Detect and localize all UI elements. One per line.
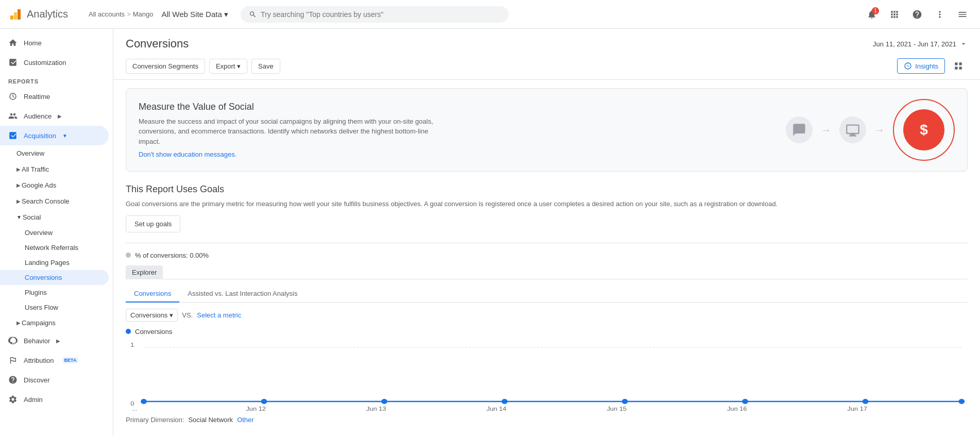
sidebar-item-discover[interactable]: Discover <box>0 370 109 390</box>
primary-dimension-row: Primary Dimension: Social Network Other <box>126 416 968 424</box>
sidebar-item-home[interactable]: Home <box>0 33 109 53</box>
sidebar-item-realtime[interactable]: Realtime <box>0 87 109 106</box>
chart-dot-0 <box>141 399 147 404</box>
chart-dot-4 <box>622 399 628 404</box>
sidebar-sub-all-traffic-label: All Traffic <box>22 165 49 173</box>
sidebar-behavior-label: Behavior <box>24 337 50 345</box>
edu-banner-description: Measure the success and impact of your s… <box>139 116 448 147</box>
sidebar-item-customization[interactable]: Customization <box>0 53 109 72</box>
vs-label: VS. <box>182 311 193 319</box>
main-layout: Home Customization REPORTS Realtime Audi… <box>0 29 980 436</box>
conversion-segments-button[interactable]: Conversion Segments <box>126 59 205 74</box>
breadcrumb-account: Mango <box>133 10 154 18</box>
breadcrumb: All accounts > Mango <box>89 10 153 18</box>
sidebar-sub-overview[interactable]: Overview <box>0 145 109 161</box>
chart-metric-row: Conversions ▾ VS. Select a metric <box>126 309 968 322</box>
date-range-picker[interactable]: Jun 11, 2021 - Jun 17, 2021 <box>873 40 968 48</box>
sidebar-sub-google-ads[interactable]: ▶ Google Ads <box>0 177 109 193</box>
app-name: Analytics <box>27 8 68 20</box>
more-vert-icon <box>935 9 945 20</box>
sidebar-sub-conversions[interactable]: Conversions <box>0 270 109 285</box>
education-banner: Measure the Value of Social Measure the … <box>126 88 968 172</box>
notification-button[interactable]: 1 <box>863 5 881 24</box>
sidebar-sub-plugins[interactable]: Plugins <box>0 285 109 300</box>
explorer-tab-conversions[interactable]: Conversions <box>126 286 179 303</box>
sidebar-sub-landing-pages-label: Landing Pages <box>25 259 70 266</box>
apps-button[interactable] <box>885 5 904 24</box>
sidebar-sub-users-flow[interactable]: Users Flow <box>0 300 109 315</box>
audience-icon <box>8 111 18 121</box>
metric-dot <box>126 253 131 258</box>
page-title: Conversions <box>126 37 189 51</box>
explorer-tab-assisted[interactable]: Assisted vs. Last Interaction Analysis <box>179 286 306 303</box>
select-metric-link[interactable]: Select a metric <box>197 311 241 319</box>
sidebar-item-admin[interactable]: Admin <box>0 390 109 409</box>
sidebar-sub-search-console-label: Search Console <box>22 197 70 205</box>
chat-icon-circle <box>786 116 813 143</box>
edu-banner-link[interactable]: Don't show education messages. <box>139 150 236 158</box>
sidebar-home-label: Home <box>24 39 42 47</box>
chart-y-label-1: 1 <box>130 341 134 348</box>
sidebar-item-audience[interactable]: Audience ▶ <box>0 106 109 126</box>
edu-banner-title: Measure the Value of Social <box>139 102 448 112</box>
legend-label: Conversions <box>135 328 172 336</box>
goals-section-title: This Report Uses Goals <box>126 184 968 195</box>
sidebar-sub-all-traffic[interactable]: ▶ All Traffic <box>0 161 109 177</box>
help-icon <box>912 9 922 20</box>
sidebar-sub-search-console[interactable]: ▶ Search Console <box>0 193 109 209</box>
date-range-label: Jun 11, 2021 - Jun 17, 2021 <box>873 40 956 48</box>
svg-rect-1 <box>14 12 17 20</box>
svg-rect-0 <box>10 15 13 20</box>
dollar-icon-circle: $ <box>903 109 944 150</box>
social-expand-icon: ▼ <box>16 214 22 220</box>
export-button[interactable]: Export <box>209 59 247 74</box>
more-button[interactable] <box>931 5 949 24</box>
account-selector[interactable]: All Web Site Data ▾ <box>161 10 228 19</box>
sidebar-sub-social[interactable]: ▼ Social <box>0 209 109 225</box>
search-bar[interactable] <box>241 6 509 23</box>
arrow-icon-1: → <box>821 124 831 136</box>
chart-x-label-jun15: Jun 15 <box>607 405 627 411</box>
arrow-icon-2: → <box>874 124 885 136</box>
help-button[interactable] <box>908 5 926 24</box>
chart-x-label-jun12: Jun 12 <box>246 405 266 411</box>
sidebar-sub-plugins-label: Plugins <box>25 289 47 296</box>
primary-dim-other[interactable]: Other <box>237 416 254 424</box>
sidebar-item-behavior[interactable]: Behavior ▶ <box>0 331 109 350</box>
behavior-icon <box>8 336 18 345</box>
sidebar-item-attribution[interactable]: Attribution BETA <box>0 350 109 370</box>
sidebar-audience-label: Audience <box>24 112 52 120</box>
campaigns-expand-icon: ▶ <box>16 320 21 326</box>
search-input[interactable] <box>261 10 500 19</box>
sidebar-sub-campaigns[interactable]: ▶ Campaigns <box>0 315 109 331</box>
insights-button[interactable]: Insights <box>897 58 945 74</box>
chart-dot-2 <box>381 399 387 404</box>
chart-x-label-jun17: Jun 17 <box>848 405 868 411</box>
chart-dot-7 <box>958 399 965 404</box>
sidebar-item-acquisition[interactable]: Acquisition ▼ <box>0 126 109 145</box>
svg-rect-2 <box>18 9 21 20</box>
sidebar-customization-label: Customization <box>24 59 66 66</box>
apps-icon <box>889 9 900 20</box>
home-icon <box>8 38 18 47</box>
sidebar-sub-social-overview[interactable]: Overview <box>0 225 109 240</box>
save-button[interactable]: Save <box>251 59 280 74</box>
discover-icon <box>8 375 18 384</box>
chart-svg: 1 0 <box>126 340 968 412</box>
primary-dim-active[interactable]: Social Network <box>188 416 233 424</box>
chart-legend: Conversions <box>126 328 968 336</box>
sidebar-acquisition-label: Acquisition <box>24 132 56 140</box>
sidebar-sub-landing-pages[interactable]: Landing Pages <box>0 255 109 270</box>
chart-metric-select[interactable]: Conversions ▾ <box>126 309 178 322</box>
sidebar-admin-label: Admin <box>24 396 43 404</box>
analytics-logo-icon <box>8 7 23 22</box>
grid-view-button[interactable] <box>949 57 968 75</box>
explorer-tab-header[interactable]: Explorer <box>126 265 163 279</box>
behavior-expand-icon: ▶ <box>56 338 60 344</box>
chart-x-label-jun14: Jun 14 <box>486 405 506 411</box>
sidebar-sub-network-referrals[interactable]: Network Referrals <box>0 240 109 255</box>
explorer-tabs: Conversions Assisted vs. Last Interactio… <box>126 286 968 303</box>
menu-button[interactable] <box>953 5 972 24</box>
metric-label: % of conversions: 0.00% <box>135 251 209 259</box>
setup-goals-button[interactable]: Set up goals <box>126 215 180 232</box>
